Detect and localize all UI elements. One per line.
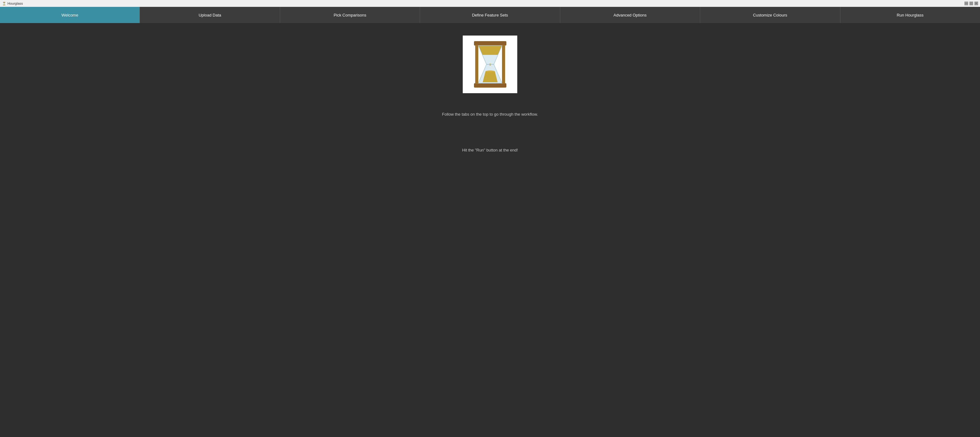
tab-define-feature-sets-label: Define Feature Sets xyxy=(472,13,508,18)
main-content: Follow the tabs on the top to go through… xyxy=(0,23,980,437)
tab-advanced-options[interactable]: Advanced Options xyxy=(560,7,700,23)
window-controls[interactable]: — □ ✕ xyxy=(964,2,978,5)
tab-upload-data[interactable]: Upload Data xyxy=(140,7,280,23)
tab-run-hourglass-label: Run Hourglass xyxy=(897,13,924,18)
workflow-instruction-text: Follow the tabs on the top to go through… xyxy=(442,112,538,116)
svg-rect-0 xyxy=(474,41,506,46)
tab-run-hourglass[interactable]: Run Hourglass xyxy=(840,7,980,23)
hourglass-image-container xyxy=(463,35,517,93)
tab-define-feature-sets[interactable]: Define Feature Sets xyxy=(420,7,560,23)
tab-upload-data-label: Upload Data xyxy=(199,13,221,18)
app-title: Hourglass xyxy=(8,2,23,5)
tab-welcome[interactable]: Welcome xyxy=(0,7,140,23)
app-icon: ⏳ xyxy=(2,1,6,6)
svg-rect-3 xyxy=(502,45,505,84)
tab-advanced-options-label: Advanced Options xyxy=(614,13,647,18)
tab-customize-colours[interactable]: Customize Colours xyxy=(700,7,840,23)
hourglass-icon xyxy=(468,39,512,90)
restore-button[interactable]: □ xyxy=(969,2,973,5)
tab-navigation: Welcome Upload Data Pick Comparisons Def… xyxy=(0,7,980,23)
svg-rect-1 xyxy=(474,83,506,88)
run-instruction-text: Hit the "Run" button at the end! xyxy=(462,148,518,152)
close-button[interactable]: ✕ xyxy=(974,2,978,5)
title-bar: ⏳ Hourglass — □ ✕ xyxy=(0,0,980,7)
title-bar-left: ⏳ Hourglass xyxy=(2,1,23,6)
tab-pick-comparisons-label: Pick Comparisons xyxy=(334,13,366,18)
minimize-button[interactable]: — xyxy=(964,2,968,5)
tab-welcome-label: Welcome xyxy=(61,13,78,18)
svg-point-5 xyxy=(485,70,495,72)
tab-pick-comparisons[interactable]: Pick Comparisons xyxy=(280,7,420,23)
tab-customize-colours-label: Customize Colours xyxy=(753,13,787,18)
svg-rect-2 xyxy=(475,45,478,84)
